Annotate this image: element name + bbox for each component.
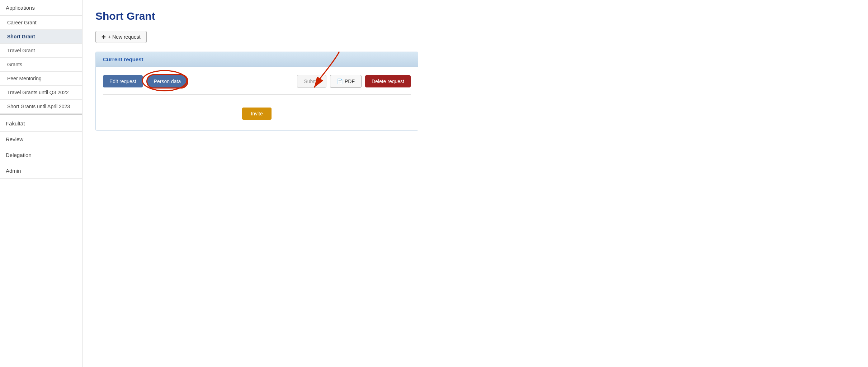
- sidebar-applications-label: Applications: [6, 5, 35, 11]
- sidebar-item-short-grant[interactable]: Short Grant: [0, 30, 82, 44]
- plus-icon: ✚: [102, 34, 106, 40]
- current-request-header: Current request: [96, 52, 418, 67]
- sidebar-item-peer-mentoring[interactable]: Peer Mentoring: [0, 72, 82, 86]
- sidebar-item-short-grants-april[interactable]: Short Grants until April 2023: [0, 100, 82, 114]
- current-request-body: Edit request Person data Submit: [96, 67, 418, 130]
- edit-request-button[interactable]: Edit request: [103, 75, 143, 87]
- current-request-panel: Current request Edit request Person data: [95, 52, 418, 131]
- pdf-label: PDF: [345, 78, 355, 84]
- sidebar-item-admin[interactable]: Admin: [0, 163, 82, 179]
- pdf-icon: 📄: [337, 78, 343, 84]
- sidebar-item-travel-grant[interactable]: Travel Grant: [0, 44, 82, 58]
- delete-request-label: Delete request: [372, 78, 404, 84]
- invite-button[interactable]: Invite: [242, 108, 271, 120]
- request-buttons-row: Edit request Person data Submit: [103, 74, 411, 95]
- invite-row: Invite: [103, 100, 411, 123]
- person-data-button[interactable]: Person data: [146, 74, 189, 89]
- new-request-label: + New request: [108, 34, 141, 40]
- person-data-label: Person data: [154, 78, 181, 84]
- edit-request-label: Edit request: [109, 78, 136, 84]
- sidebar-item-delegation[interactable]: Delegation: [0, 147, 82, 163]
- submit-button: Submit: [297, 75, 326, 88]
- sidebar-section-applications[interactable]: Applications: [0, 0, 82, 16]
- sidebar-item-grants[interactable]: Grants: [0, 58, 82, 72]
- person-data-container: Person data: [146, 74, 189, 89]
- sidebar: Applications Career GrantShort GrantTrav…: [0, 0, 82, 367]
- sidebar-nav: Career GrantShort GrantTravel GrantGrant…: [0, 16, 82, 114]
- delete-request-button[interactable]: Delete request: [365, 75, 411, 87]
- main-content: Short Grant ✚ + New request Current requ…: [82, 0, 868, 367]
- page-title: Short Grant: [95, 10, 855, 22]
- sidebar-item-travel-grants-q3[interactable]: Travel Grants until Q3 2022: [0, 86, 82, 100]
- sidebar-item-review[interactable]: Review: [0, 132, 82, 147]
- pdf-button[interactable]: 📄 PDF: [330, 75, 362, 88]
- current-request-header-label: Current request: [103, 56, 143, 62]
- invite-label: Invite: [251, 111, 263, 116]
- sidebar-section-nav: FakultätReviewDelegationAdmin: [0, 116, 82, 179]
- sidebar-item-career-grant[interactable]: Career Grant: [0, 16, 82, 30]
- submit-label: Submit: [304, 78, 320, 84]
- sidebar-divider: [0, 114, 82, 115]
- new-request-button[interactable]: ✚ + New request: [95, 31, 147, 43]
- sidebar-item-fakultat[interactable]: Fakultät: [0, 116, 82, 132]
